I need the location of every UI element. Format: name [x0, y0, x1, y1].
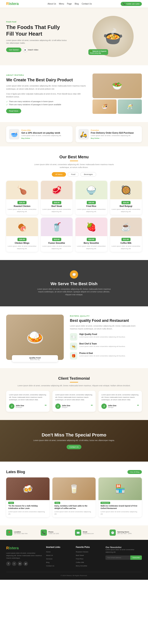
watch-video-button[interactable]: ▶ Watch Video — [23, 48, 38, 52]
footer-pick-4[interactable]: Coffee Milk — [76, 561, 102, 563]
youtube-icon[interactable]: yt — [23, 562, 28, 566]
price-badge-7: $16.00 — [87, 238, 96, 241]
tab-food[interactable]: Food — [68, 172, 79, 177]
testimonial-card-3: Lorem ipsum dolor sit amet, consectetur … — [99, 391, 142, 412]
testimonial-card-1: Lorem ipsum dolor sit amet, consectetur … — [6, 391, 49, 412]
hero-image-area: 🍲 🌿 Natural & Organic Fresh every day — [84, 16, 142, 57]
read-more-button[interactable]: Read More — [6, 109, 21, 113]
view-all-blog-button[interactable]: View All Blog — [128, 470, 142, 474]
feat-title-1: High Quality Food — [79, 333, 126, 336]
blog-img-3: 🏪 — [99, 478, 142, 500]
contact-us-button[interactable]: Contact Us — [67, 445, 82, 449]
dairy-desc2: Cras in ligula quis dolor vulputate male… — [6, 92, 86, 98]
email-label: Email — [83, 531, 94, 533]
blog-post-1: 🍻 Food 'Tis the Season for a Safe Holida… — [6, 478, 49, 517]
footer-link-5[interactable]: Contact Us — [46, 564, 72, 567]
testimonial-section: Client Testimonial Lorem ipsum dolor sit… — [0, 368, 148, 420]
promo-link-2[interactable]: Buy Online → — [91, 137, 102, 139]
blog-header: Lates Blog View All Blog — [6, 470, 142, 474]
nav-page[interactable]: Page — [67, 3, 72, 5]
newsletter-email-input[interactable] — [106, 556, 130, 560]
footer-logo: Ristera — [6, 546, 42, 550]
menu-desc-6: Lorem ipsum dolor sit amet consectetur a… — [41, 245, 73, 252]
contact-hours: 🕐 Opening Hours Mon-Sat: 9AM - 10PM — [110, 530, 142, 536]
blog-tag-2: Dairy — [54, 502, 60, 504]
author-name-3: John Doe — [108, 404, 116, 406]
twitter-icon[interactable]: t — [12, 562, 16, 566]
nav-phone-button[interactable]: 📞 +1000 132 1203 — [121, 2, 142, 6]
menu-item-fusion-smoothie: 🥤 $10.00 Fusion Smoothie Lorem ipsum dol… — [41, 218, 73, 252]
hours-value: Mon-Sat: 9AM - 10PM — [117, 533, 132, 534]
blog-tag-3: Restaurant — [101, 502, 110, 504]
footer-link-1[interactable]: Home — [46, 550, 72, 553]
menu-img-5: 🍖 — [6, 218, 38, 236]
promo-title-1: Get a 10% discount on payday week — [21, 132, 61, 134]
feat-text-1: High Quality Food Lorem ipsum dolor sit … — [79, 333, 126, 338]
promo-banner-content: Don't Miss The Special Promo Lorem ipsum… — [6, 432, 142, 449]
promo-tag-2: Promotion — [91, 129, 134, 131]
email-value: info@ristera.com — [83, 533, 94, 534]
quality-feat-2: 👨‍🍳 Best Chef & Team Lorem ipsum dolor s… — [70, 342, 142, 350]
menu-item-beef-steak: 🥩 $38.00 Beef Steak Lorem ipsum dolor si… — [41, 181, 73, 215]
promo-tag-1: Promo Offer — [21, 129, 61, 131]
nav-links: About Us Menu Page Blog Contact Us — [48, 3, 92, 5]
instagram-icon[interactable]: in — [18, 562, 22, 566]
testimonial-desc: Lorem ipsum dolor sit amet, consectetur … — [6, 384, 142, 387]
check-icon-2: ✓ — [6, 104, 8, 106]
footer-pick-2[interactable]: Beef Steak — [76, 554, 102, 556]
footer-pick-3[interactable]: Fried Rice — [76, 557, 102, 560]
footer-picks-title: Favorite Picks — [76, 546, 102, 548]
quality-title: Best quality Food and Restaurant — [70, 318, 142, 323]
menu-desc: Lorem ipsum dolor sit amet, consectetur … — [33, 163, 115, 169]
feat-title-3: Promo & Deal — [79, 352, 126, 354]
testimonial-text-3: Lorem ipsum dolor sit amet, consectetur … — [101, 394, 139, 401]
tab-all-menu[interactable]: All Menu — [52, 172, 66, 177]
nav-contact[interactable]: Contact Us — [82, 3, 92, 5]
nav-about[interactable]: About Us — [48, 3, 56, 5]
quote-icon-1: " — [45, 404, 46, 409]
quality-content: Ristera Quality Best quality Food and Re… — [70, 315, 142, 360]
feat-icon-3: 🎁 — [70, 352, 77, 360]
price-badge-5: $28.00 — [17, 238, 26, 241]
dairy-images: 🥗 🍜 🥂 — [93, 74, 142, 114]
blog-desc-1: Lorem ipsum dolor sit amet consectetur a… — [6, 510, 49, 517]
author-name-1: John Doe — [16, 404, 24, 406]
menu-img-8: ☕ — [110, 218, 142, 236]
newsletter-subscribe-button[interactable]: Subscribe — [130, 556, 142, 560]
footer-picks-col: Favorite Picks Roasted Chicken Beef Stea… — [76, 546, 102, 568]
avatar-2: J — [55, 404, 61, 409]
promo-link-1[interactable]: Buy Online → — [21, 137, 32, 139]
contact-email: ✉️ Email info@ristera.com — [75, 530, 108, 536]
promo-title-2: Free Delivery Order Every $10 Purchase — [91, 132, 134, 134]
blog-tag-1: Food — [8, 502, 14, 504]
footer-link-4[interactable]: Blog — [46, 561, 72, 563]
hero-description: Lorem ipsum dolor sit amet, consectetur … — [6, 39, 68, 45]
author-name-2: John Doe — [62, 404, 70, 406]
get-started-button[interactable]: Get Started — [6, 48, 21, 52]
menu-img-4: 🥘 — [110, 181, 142, 199]
footer-pick-1[interactable]: Roasted Chicken — [76, 550, 102, 553]
dairy-points: ✓There are many variations of passages i… — [6, 100, 86, 106]
blog-post-3: 🏪 Restaurant Walk-ins Celebrates Grand O… — [99, 478, 142, 517]
contact-hours-text: Opening Hours Mon-Sat: 9AM - 10PM — [117, 531, 132, 534]
quality-image-area: 🍛 Quality Food Best in the city — [6, 314, 64, 360]
footer-picks-list: Roasted Chicken Beef Steak Fried Rice Co… — [76, 550, 102, 567]
testimonial-author-1: J John Doe Developer " — [9, 404, 47, 409]
footer-pick-5[interactable]: Berry Smoothie — [76, 564, 102, 567]
footer-link-2[interactable]: About Us — [46, 554, 72, 556]
footer-link-3[interactable]: Services — [46, 557, 72, 560]
author-role-2: Designer — [62, 406, 70, 408]
hero-badge: 🌿 Natural & Organic Fresh every day — [88, 49, 108, 55]
email-icon: ✉️ — [75, 530, 81, 536]
price-badge-2: $38.00 — [52, 201, 61, 204]
tab-beverages[interactable]: Beverages — [80, 172, 96, 177]
author-details-1: John Doe Developer — [16, 404, 24, 408]
nav-menu[interactable]: Menu — [59, 3, 64, 5]
facebook-icon[interactable]: f — [6, 562, 11, 566]
nav-blog[interactable]: Blog — [75, 3, 79, 5]
menu-name-2: Beef Steak — [41, 205, 73, 207]
menu-desc-7: Lorem ipsum dolor sit amet consectetur a… — [75, 245, 107, 252]
menu-item-fried-rice: 🍚 $30.00 Fried Rice Lorem ipsum dolor si… — [75, 181, 107, 215]
best-dish-section: 🍽️ We Serve The Best Dish Lorem ipsum do… — [0, 260, 148, 306]
blog-desc-2: Lorem ipsum dolor sit amet consectetur a… — [52, 510, 96, 517]
